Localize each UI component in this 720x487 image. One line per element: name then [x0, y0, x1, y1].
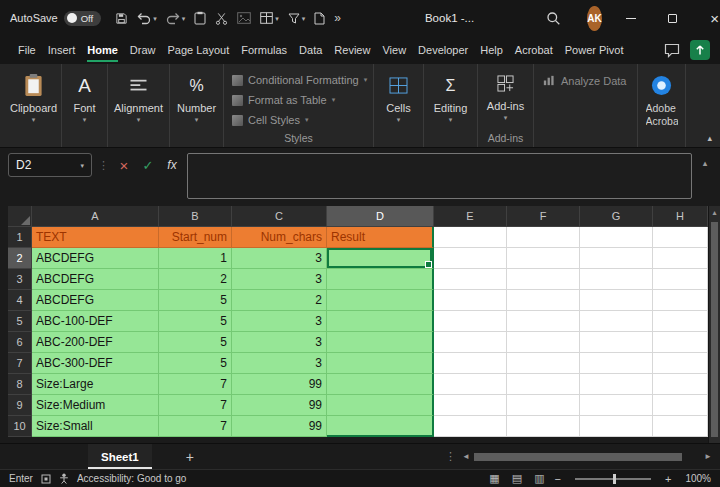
horizontal-scrollbar-thumb[interactable]	[474, 453, 682, 461]
cell-E3[interactable]	[434, 269, 507, 290]
cell-H1[interactable]	[653, 227, 708, 248]
cell-D2[interactable]	[327, 248, 434, 269]
expand-formula-bar-icon[interactable]: ▴	[698, 158, 712, 168]
cell-E5[interactable]	[434, 311, 507, 332]
account-avatar[interactable]: AK	[587, 6, 601, 31]
cell-G4[interactable]	[580, 290, 653, 311]
zoom-out-button[interactable]: −	[555, 473, 561, 485]
row-header-2[interactable]: 2	[8, 248, 32, 269]
cell-C6[interactable]: 3	[232, 332, 327, 353]
cell-F2[interactable]	[507, 248, 580, 269]
accessibility-status[interactable]: Accessibility: Good to go	[77, 473, 187, 484]
collapse-ribbon-icon[interactable]: ▴	[707, 133, 712, 143]
cell-G6[interactable]	[580, 332, 653, 353]
cell-G3[interactable]	[580, 269, 653, 290]
menu-tab-review[interactable]: Review	[328, 36, 376, 64]
ribbon-group-acrobat[interactable]: Adobe Acrobat	[638, 64, 686, 147]
cell-H6[interactable]	[653, 332, 708, 353]
menu-tab-help[interactable]: Help	[474, 36, 509, 64]
cut-button[interactable]	[215, 12, 228, 25]
picture-button[interactable]	[237, 12, 251, 24]
cell-D9[interactable]	[327, 395, 434, 416]
filter-button[interactable]: ▾	[288, 13, 306, 24]
cell-A8[interactable]: Size:Large	[32, 374, 159, 395]
cell-B3[interactable]: 2	[159, 269, 232, 290]
column-header-C[interactable]: C	[232, 206, 327, 227]
column-header-F[interactable]: F	[507, 206, 580, 227]
cell-E4[interactable]	[434, 290, 507, 311]
page-break-view-icon[interactable]: ▥	[534, 472, 544, 485]
cell-B1[interactable]: Start_num	[159, 227, 232, 248]
menu-tab-page-layout[interactable]: Page Layout	[161, 36, 235, 64]
confirm-entry-button[interactable]: ✓	[139, 153, 157, 177]
menu-tab-acrobat[interactable]: Acrobat	[509, 36, 559, 64]
cell-B9[interactable]: 7	[159, 395, 232, 416]
cell-F3[interactable]	[507, 269, 580, 290]
row-header-10[interactable]: 10	[8, 416, 32, 437]
cell-H9[interactable]	[653, 395, 708, 416]
cell-F7[interactable]	[507, 353, 580, 374]
ribbon-group-cells[interactable]: Cells ▾	[374, 64, 424, 147]
row-header-9[interactable]: 9	[8, 395, 32, 416]
cell-A9[interactable]: Size:Medium	[32, 395, 159, 416]
cell-C10[interactable]: 99	[232, 416, 327, 437]
scroll-left-icon[interactable]: ◄	[462, 452, 470, 461]
search-button[interactable]	[546, 11, 561, 26]
cell-E10[interactable]	[434, 416, 507, 437]
cell-H4[interactable]	[653, 290, 708, 311]
cell-E1[interactable]	[434, 227, 507, 248]
menu-tab-insert[interactable]: Insert	[42, 36, 82, 64]
cell-B4[interactable]: 5	[159, 290, 232, 311]
cell-D7[interactable]	[327, 353, 434, 374]
cell-C2[interactable]: 3	[232, 248, 327, 269]
cell-H8[interactable]	[653, 374, 708, 395]
column-header-H[interactable]: H	[653, 206, 708, 227]
menu-tab-power-pivot[interactable]: Power Pivot	[559, 36, 630, 64]
cell-B2[interactable]: 1	[159, 248, 232, 269]
cell-F8[interactable]	[507, 374, 580, 395]
autosave-switch[interactable]: Off	[64, 11, 102, 26]
paste-button[interactable]	[194, 11, 206, 25]
maximize-button[interactable]	[652, 0, 694, 36]
comments-button[interactable]	[664, 43, 680, 58]
ribbon-group-alignment[interactable]: Alignment ▾	[108, 64, 170, 147]
column-header-E[interactable]: E	[434, 206, 507, 227]
column-header-B[interactable]: B	[159, 206, 232, 227]
cell-G8[interactable]	[580, 374, 653, 395]
menu-tab-data[interactable]: Data	[293, 36, 328, 64]
cell-H5[interactable]	[653, 311, 708, 332]
formula-input[interactable]	[187, 153, 692, 199]
ribbon-group-clipboard[interactable]: Clipboard ▾	[6, 64, 62, 147]
styles-item-conditional-formatting[interactable]: Conditional Formatting▾	[228, 70, 369, 90]
cell-F4[interactable]	[507, 290, 580, 311]
cell-C7[interactable]: 3	[232, 353, 327, 374]
ribbon-group-editing[interactable]: Σ Editing ▾	[424, 64, 478, 147]
cell-B5[interactable]: 5	[159, 311, 232, 332]
cell-F5[interactable]	[507, 311, 580, 332]
cell-C1[interactable]: Num_chars	[232, 227, 327, 248]
cell-G10[interactable]	[580, 416, 653, 437]
styles-item-cell-styles[interactable]: Cell Styles▾	[228, 110, 369, 130]
menu-tab-view[interactable]: View	[376, 36, 412, 64]
horizontal-scrollbar-track[interactable]	[474, 452, 700, 462]
column-header-G[interactable]: G	[580, 206, 653, 227]
zoom-in-button[interactable]: +	[665, 473, 671, 485]
share-button[interactable]	[690, 40, 710, 60]
cell-G5[interactable]	[580, 311, 653, 332]
cell-A5[interactable]: ABC-100-DEF	[32, 311, 159, 332]
qat-overflow-button[interactable]: »	[334, 11, 341, 25]
cell-D5[interactable]	[327, 311, 434, 332]
row-header-8[interactable]: 8	[8, 374, 32, 395]
vertical-scrollbar[interactable]: ▴	[708, 206, 720, 443]
insert-function-button[interactable]: fx	[163, 153, 181, 177]
styles-item-format-as-table[interactable]: Format as Table▾	[228, 90, 369, 110]
row-header-5[interactable]: 5	[8, 311, 32, 332]
zoom-level[interactable]: 100%	[685, 473, 711, 484]
menu-tab-developer[interactable]: Developer	[412, 36, 474, 64]
cell-C5[interactable]: 3	[232, 311, 327, 332]
cell-B8[interactable]: 7	[159, 374, 232, 395]
menu-tab-file[interactable]: File	[12, 36, 42, 64]
cell-A4[interactable]: ABCDEFG	[32, 290, 159, 311]
cell-E2[interactable]	[434, 248, 507, 269]
menu-tab-draw[interactable]: Draw	[124, 36, 162, 64]
